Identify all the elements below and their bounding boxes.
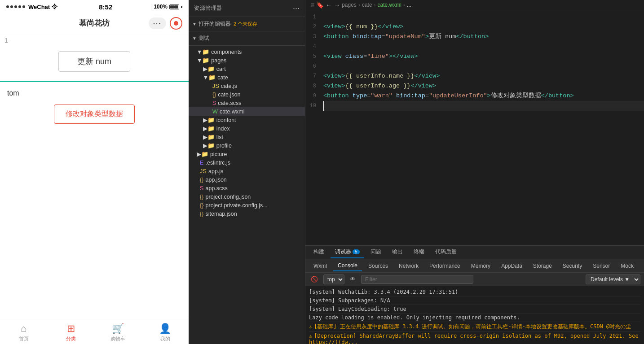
devtools-tab-Mock[interactable]: Mock [616, 261, 638, 271]
open-editors-text: 打开的编辑器 [198, 20, 231, 28]
category-label: 分类 [66, 335, 76, 342]
modify-obj-button[interactable]: 修改对象类型数据 [54, 105, 135, 124]
phone-nav-record-button[interactable] [170, 17, 182, 30]
bottom-tab-问题[interactable]: 问题 [366, 246, 386, 258]
tree-item-list[interactable]: ▶ 📁 list [189, 133, 305, 141]
devtools-tab-Memory[interactable]: Memory [467, 261, 495, 271]
tree-item-app_js[interactable]: JS app.js [189, 167, 305, 175]
tree-item-iconfont[interactable]: ▶ 📁 iconfont [189, 116, 305, 124]
console-line: ⚠[Deprecation] SharedArrayBuffer will re… [309, 332, 640, 344]
profile-label: 我的 [160, 335, 170, 342]
line-num-6: 6 [305, 61, 323, 71]
line-content-4 [323, 42, 644, 52]
line-content-6 [323, 61, 644, 71]
devtools-tab-Wxml[interactable]: Wxml [309, 261, 331, 271]
devtools-tab-Performance[interactable]: Performance [425, 261, 465, 271]
project-arrow: ▼ [192, 36, 197, 41]
bottom-panel: 构建调试器5问题输出终端代码质量 WxmlConsoleSourcesNetwo… [305, 245, 644, 344]
filetree-dots[interactable]: ··· [293, 4, 300, 13]
tree-item-app_scss[interactable]: S app.scss [189, 184, 305, 192]
filetree-header: 资源管理器 ··· [189, 0, 305, 17]
tree-item-profile[interactable]: ▶ 📁 profile [189, 141, 305, 150]
tree-item-_eslintrc_js[interactable]: E .eslintrc.js [189, 158, 305, 167]
phone-time: 8:52 [99, 3, 112, 11]
breadcrumb-cate-wxml: cate.wxml [378, 2, 401, 8]
bottom-tab-调试器[interactable]: 调试器5 [331, 246, 364, 258]
project-label[interactable]: ▼ 测试 [189, 33, 305, 44]
bottom-nav-cart[interactable]: 🛒 购物车 [94, 319, 141, 344]
code-line-8: 8<view>{{ userInfo.age }}</view> [305, 81, 644, 91]
tom-text: tom [7, 89, 189, 97]
breadcrumb-hamburger: ≡ [311, 1, 314, 9]
phone-status-bar: WeChat 令 8:52 100% [0, 0, 189, 13]
devtools-tab-AppData[interactable]: AppData [497, 261, 527, 271]
line-content-7: <view>{{ userInfo.name }}</view> [323, 71, 644, 81]
devtools-top-select[interactable]: top [323, 274, 344, 284]
tree-item-app_json[interactable]: {} app.json [189, 175, 305, 184]
bottom-nav-category[interactable]: ⊞ 分类 [47, 319, 94, 344]
tree-item-cate[interactable]: ▼ 📁 cate [189, 73, 305, 82]
bottom-nav-profile[interactable]: 👤 我的 [141, 319, 189, 344]
breadcrumb-forward[interactable]: → [334, 1, 340, 9]
bottom-tab-构建[interactable]: 构建 [309, 246, 329, 258]
console-line: Lazy code loading is enabled. Only injec… [309, 314, 640, 322]
line-content-3: <button bind:tap="updateNum">更新 num</but… [323, 32, 644, 42]
filetree-panel: 资源管理器 ··· ▼ 打开的编辑器 2 个未保存 ▼ 测试 ▼ 📁 compo… [189, 0, 305, 344]
bottom-tab-终端[interactable]: 终端 [409, 246, 429, 258]
tree-item-sitemap_json[interactable]: {} sitemap.json [189, 209, 305, 218]
breadcrumb-back[interactable]: ← [326, 1, 332, 9]
devtools-tabs-row: WxmlConsoleSourcesNetworkPerformanceMemo… [305, 259, 644, 273]
devtools-tab-Network[interactable]: Network [394, 261, 423, 271]
console-line: [system] WeChatLib: 3.3.4 (2024.2.29 17:… [309, 288, 640, 296]
breadcrumb-cate: cate [362, 2, 372, 8]
line-content-2: <view>{{ num }}</view> [323, 22, 644, 32]
bottom-nav-home[interactable]: ⌂ 首页 [0, 319, 47, 344]
home-icon: ⌂ [21, 323, 26, 335]
phone-nav-icons[interactable]: ··· [149, 17, 182, 30]
wechat-label: WeChat [28, 4, 50, 10]
devtools-tab-Sensor[interactable]: Sensor [588, 261, 614, 271]
tree-item-components[interactable]: ▼ 📁 components [189, 48, 305, 56]
breadcrumb-sep1: › [358, 2, 360, 8]
tree-item-cate_wxml[interactable]: W cate.wxml [189, 107, 305, 116]
bottom-tab-输出[interactable]: 输出 [388, 246, 407, 258]
code-area[interactable]: 1 2<view>{{ num }}</view>3<button bind:t… [305, 10, 644, 113]
tree-item-index[interactable]: ▶ 📁 index [189, 124, 305, 133]
devtools-levels-select[interactable]: Default levels ▼ [586, 274, 640, 284]
warn-icon: ⚠ [309, 323, 312, 330]
category-icon: ⊞ [67, 323, 75, 335]
devtools-tab-Console[interactable]: Console [333, 261, 362, 271]
open-editors-label[interactable]: ▼ 打开的编辑器 2 个未保存 [189, 19, 305, 29]
devtools-tab-Storage[interactable]: Storage [529, 261, 556, 271]
tree-item-project_config_json[interactable]: {} project.config.json [189, 192, 305, 201]
filetree-project-section: ▼ 测试 [189, 31, 305, 46]
filetree-title: 资源管理器 [194, 4, 222, 12]
devtools-clear-button[interactable]: 🚫 [309, 275, 320, 283]
bottom-tab-代码质量[interactable]: 代码质量 [431, 246, 461, 258]
profile-icon: 👤 [159, 323, 171, 335]
line-num-3: 3 [305, 32, 323, 42]
tree-item-picture[interactable]: ▶ 📁 picture [189, 150, 305, 158]
tree-item-cate_js[interactable]: JS cate.js [189, 82, 305, 90]
devtools-tab-Sources[interactable]: Sources [364, 261, 393, 271]
open-editors-arrow: ▼ [192, 22, 197, 26]
filetree-body: ▼ 📁 components ▼ 📁 pages ▶ 📁 cart ▼ 📁 ca… [189, 46, 305, 344]
tree-item-pages[interactable]: ▼ 📁 pages [189, 56, 305, 65]
devtools-tab-Security[interactable]: Security [558, 261, 587, 271]
tree-item-project_private_config_js___[interactable]: {} project.private.config.js... [189, 201, 305, 209]
tree-item-cate_scss[interactable]: S cate.scss [189, 99, 305, 107]
tree-item-cart[interactable]: ▶ 📁 cart [189, 65, 305, 73]
devtools-eye-button[interactable]: 👁 [348, 275, 357, 283]
code-line-9: 9<button type="warn" bind:tap="updateUse… [305, 91, 644, 101]
devtools-filter-input[interactable] [361, 275, 473, 284]
line-num-2: 2 [305, 22, 323, 32]
tree-item-cate_json[interactable]: {} cate.json [189, 90, 305, 99]
editor-panel: ≡ 🔖 ← → pages › cate › cate.wxml › ... 1… [305, 0, 644, 344]
update-num-button[interactable]: 更新 num [58, 51, 130, 72]
phone-nav-dots-button[interactable]: ··· [149, 17, 166, 29]
signal-dots [6, 5, 25, 8]
phone-battery-area: 100% [154, 4, 182, 10]
teal-divider [0, 81, 189, 82]
breadcrumb-sep2: › [374, 2, 376, 8]
console-output: [system] WeChatLib: 3.3.4 (2024.2.29 17:… [305, 286, 644, 344]
